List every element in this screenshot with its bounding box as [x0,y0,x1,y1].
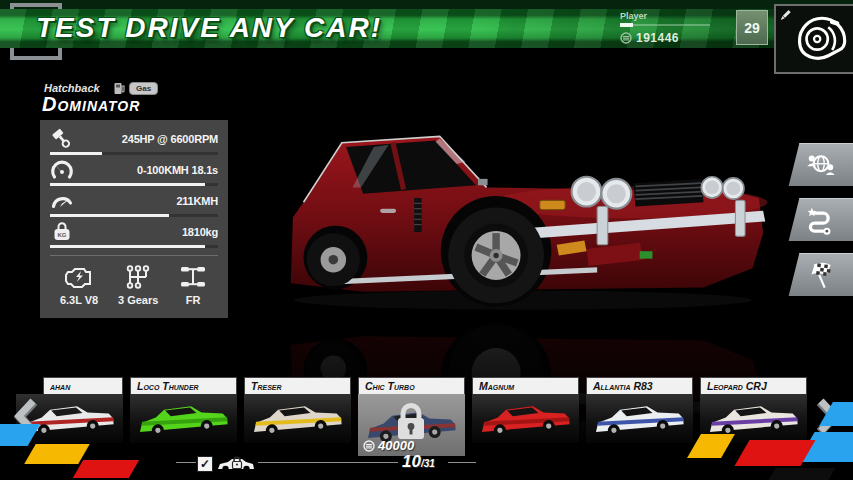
edit-pencil-icon [778,8,793,23]
car-thumbnail [472,394,579,443]
stat-row-acceleration: 0-100KMH 18.1s [50,156,218,187]
stat-weight-value: 1810kg [80,226,218,238]
price-row: 40000 [363,438,414,453]
stat-power-bar [50,152,102,155]
car-card[interactable]: Allantia R83 [586,377,693,443]
gearbox-icon [124,264,152,290]
level-value: 29 [744,20,760,36]
car-card-selected[interactable]: Chic Turbo [358,377,465,456]
vehicle-stats-panel: 245HP @ 6600RPM 0-100KMH 18.1s 211KMH [40,120,228,318]
car-name-label: Magnum [472,377,579,394]
piston-icon [50,127,74,151]
multiplayer-button[interactable] [789,143,853,186]
drivetrain-icon [178,264,208,290]
car-card[interactable]: Treser [244,377,351,443]
footer-divider [176,462,196,463]
credits-value: 191446 [636,31,679,45]
car-name-label: Treser [244,377,351,394]
stat-row-top-speed: 211KMH [50,187,218,218]
locked-car-filter-icon [216,455,256,472]
spec-engine: 6.3L V8 [60,264,98,306]
vehicle-name: Dominator [42,93,140,116]
helmet-icon [793,12,851,70]
player-name-label: Player [620,11,720,21]
showcase-car [278,130,778,315]
car-counter-total: /31 [421,458,435,469]
profile-helmet-button[interactable] [774,4,853,74]
car-thumbnail [244,394,351,443]
level-badge: 29 [736,10,768,45]
multiplayer-globe-icon [804,150,838,180]
spec-engine-label: 6.3L V8 [60,294,98,306]
spec-gearbox-label: 3 Gears [118,294,158,306]
career-route-button[interactable] [789,198,853,241]
stat-acceleration-value: 0-100KMH 18.1s [80,164,218,176]
car-thumbnail [130,394,237,443]
show-locked-checkbox[interactable]: ✓ [197,456,213,472]
race-flag-button[interactable] [789,253,853,296]
top-strip [0,0,853,9]
stat-row-power: 245HP @ 6600RPM [50,125,218,156]
showcase-car-image [278,130,778,315]
decor-red-left [73,460,139,478]
car-card[interactable]: Magnum [472,377,579,443]
player-info: Player 191446 [620,11,720,45]
spec-gearbox: 3 Gears [118,264,158,306]
coin-icon [620,32,632,44]
coin-icon [363,440,375,452]
stat-row-weight: KG 1810kg [50,218,218,249]
checkmark-icon: ✓ [200,458,210,470]
car-name-label: Chic Turbo [358,377,465,394]
car-counter-current: 10 [402,452,421,472]
car-thumbnail [586,394,693,443]
decor-black-right [769,468,836,480]
stat-acceleration-bar [50,183,205,186]
stat-power-value: 245HP @ 6600RPM [80,133,218,145]
stat-top-speed-value: 211KMH [80,195,218,207]
car-name-label: Loco Thunder [130,377,237,394]
car-counter: 10 /31 [402,452,435,472]
car-name-label: ahan [43,377,123,394]
svg-text:KG: KG [58,232,67,238]
stat-top-speed-bar [50,214,169,217]
checkered-flag-icon [804,259,836,291]
car-name-label: Leopard CRJ [700,377,807,394]
game-screen: TEST DRIVE ANY CAR! Player 191446 29 [0,0,853,480]
acceleration-gauge-icon [50,158,74,182]
car-thumbnail: 40000 [358,394,465,456]
specs-divider [50,255,218,256]
promo-banner-title: TEST DRIVE ANY CAR! [36,12,382,44]
xp-progress-bar [620,24,710,26]
footer-divider [448,462,476,463]
car-name-label: Allantia R83 [586,377,693,394]
spec-drivetrain: FR [178,264,208,306]
price-value: 40000 [378,438,414,453]
footer-divider [258,462,398,463]
show-locked-cars-toggle[interactable]: ✓ [197,455,256,472]
xp-progress-fill [620,23,633,27]
spec-drivetrain-label: FR [186,294,201,306]
decor-yellow-left [24,444,90,464]
car-card[interactable]: Loco Thunder [130,377,237,443]
weight-icon: KG [50,220,74,244]
engine-icon [63,264,95,290]
speedometer-icon [50,189,74,213]
stat-weight-bar [50,245,205,248]
route-icon [804,205,836,235]
